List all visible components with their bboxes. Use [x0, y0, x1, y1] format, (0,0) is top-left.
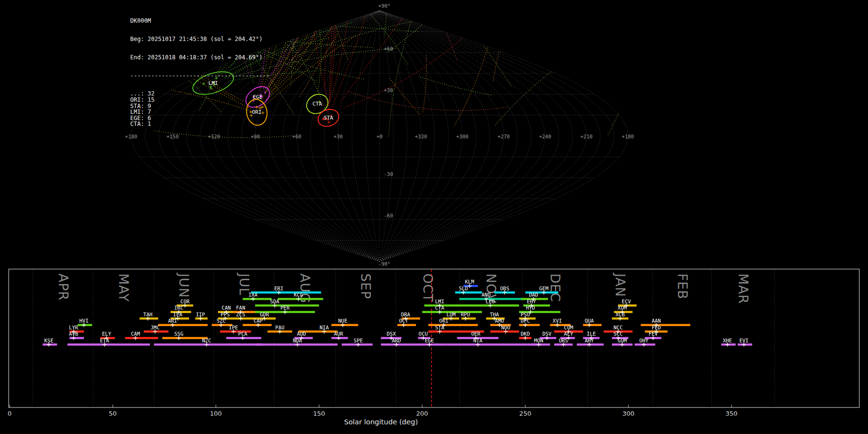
shower-count-item: ORI: 15 — [130, 97, 270, 103]
shower-code-label: NCC — [613, 325, 623, 330]
shower-code-label: XUM — [618, 305, 627, 311]
station-id: DK000M — [130, 18, 270, 24]
shower-code-label: CAN — [222, 305, 231, 311]
meridian-line — [380, 11, 517, 261]
shower-count-list: ...: 32ORI: 15STA: 9LMI: 7EGE: 6CTA: 1 — [130, 91, 270, 127]
meteor-track — [389, 0, 423, 136]
shower-EVI: EVI — [738, 338, 752, 347]
meteor-track — [419, 77, 491, 95]
shower-code-label: KLM — [465, 279, 474, 285]
lon-tick-label: +270 — [498, 134, 510, 139]
shower-code-label: PAU — [275, 325, 285, 330]
shower-code-label: IRC — [174, 305, 183, 311]
shower-code-label: ETA — [100, 338, 109, 343]
lon-tick-label: +30 — [334, 134, 343, 139]
shower-AAN: AAN — [641, 318, 691, 327]
shower-TAH: TAH — [139, 312, 158, 321]
meteor-track — [271, 28, 317, 92]
meteor-track — [389, 78, 419, 114]
shower-code-label: SCC — [613, 331, 623, 337]
shower-code-label: NTA — [473, 338, 483, 343]
activity-bar — [163, 337, 208, 339]
shower-NUE: NUE — [331, 318, 358, 327]
lat-tick-label: +60 — [384, 46, 393, 52]
shower-code-label: LMI — [435, 298, 444, 304]
meteor-track — [423, 54, 426, 112]
activity-bar — [519, 324, 540, 326]
shower-code-label: OBS — [500, 285, 509, 291]
month-label: JAN — [613, 272, 628, 297]
meteor-track — [339, 27, 418, 32]
x-tick-label: 50 — [109, 410, 117, 417]
shower-code-label: IEA — [173, 312, 183, 317]
radiant-CTA: CTA — [303, 91, 332, 118]
meteor-track — [266, 0, 324, 93]
month-label: JUN — [176, 272, 191, 298]
shower-code-label: OHY — [639, 338, 649, 343]
shower-code-label: QUA — [584, 318, 594, 324]
shower-count-item: LMI: 7 — [130, 109, 270, 115]
shower-code-label: CTA — [435, 305, 445, 311]
meteor-track — [329, 0, 337, 102]
shower-code-label: GEM — [539, 285, 548, 291]
meteor-track — [455, 6, 497, 126]
shower-code-label: PCA — [238, 331, 248, 337]
shower-code-label: DSX — [387, 331, 396, 337]
meteor-track — [266, 0, 364, 100]
lat-tick-label: +30 — [384, 87, 393, 93]
shower-code-label: COR — [180, 298, 190, 304]
meteor-track — [293, 0, 348, 59]
shower-code-label: NUE — [338, 318, 347, 324]
shower-IIP: IIP — [195, 312, 208, 321]
lon-tick-label: +180 — [622, 134, 634, 139]
south-pole-label: -90° — [378, 261, 390, 267]
shower-code-label: ARI — [168, 318, 177, 324]
meteor-track — [493, 0, 526, 81]
shower-NDA: NDA — [255, 338, 338, 347]
shower-code-label: ILE — [587, 331, 596, 337]
meteor-track — [254, 38, 372, 48]
begin-time: Beg: 20251017 21:45:38 (sol = 204.42°) — [130, 36, 270, 42]
activity-bar — [125, 337, 158, 339]
meteor-track — [345, 15, 487, 107]
shower-code-label: OCU — [419, 331, 428, 337]
shower-code-label: DRA — [401, 312, 411, 317]
x-tick-label: 0 — [8, 410, 12, 417]
meteor-track — [388, 0, 499, 53]
shower-code-label: IXA — [248, 292, 258, 298]
meridian-line — [256, 11, 380, 261]
activity-bar — [641, 324, 691, 326]
shower-code-label: PSU — [521, 312, 530, 317]
shower-code-label: AHY — [584, 338, 594, 343]
shower-code-label: ALY — [564, 331, 574, 337]
observation-info: DK000M Beg: 20251017 21:45:38 (sol = 204… — [130, 6, 270, 139]
shower-code-label: AND — [482, 292, 491, 298]
shower-code-label: SLD — [459, 285, 468, 291]
shower-code-label: LEO — [486, 298, 495, 304]
shower-code-label: SDA — [270, 298, 280, 304]
end-time: End: 20251018 04:18:37 (sol = 204.69°) — [130, 54, 270, 61]
shower-code-label: OER — [471, 331, 481, 337]
activity-bar — [531, 343, 550, 345]
month-label: SEP — [358, 273, 373, 299]
shower-KSE: KSE — [42, 338, 57, 347]
shower-DPC: DPC — [519, 318, 540, 327]
meteor-track — [332, 0, 389, 107]
meridian-line — [352, 11, 380, 261]
shower-code-label: NIA — [320, 325, 329, 330]
shower-code-label: AUD — [297, 331, 306, 337]
radiant-STA: STA — [316, 107, 341, 129]
shower-bars: KLMERISLDOBSGEMIXAKCGANDDADCORSDALMILEOE… — [42, 279, 752, 347]
shower-code-label: ECV — [622, 298, 631, 304]
radiant-label: STA — [324, 115, 333, 121]
meteor-track — [263, 0, 317, 88]
shower-code-label: OCT — [399, 318, 408, 324]
shower-code-label: DKD — [521, 331, 530, 337]
activity-bar — [251, 291, 321, 293]
lat-tick-label: -60 — [384, 213, 393, 218]
shower-code-label: CAP — [254, 318, 263, 324]
shower-code-label: JMC — [150, 325, 160, 330]
shower-code-label: PER — [281, 305, 290, 311]
activity-bar — [158, 324, 208, 326]
shower-code-label: LUM — [447, 312, 456, 317]
